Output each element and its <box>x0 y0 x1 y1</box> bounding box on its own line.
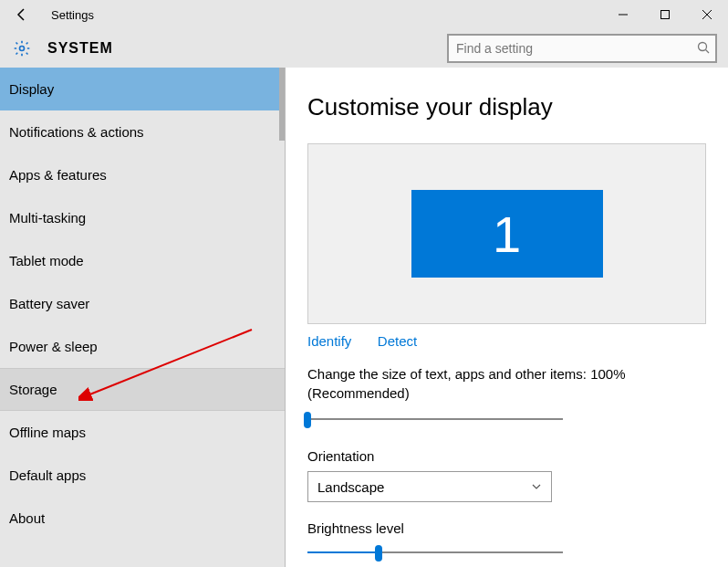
page-title: Customise your display <box>307 93 706 121</box>
brightness-slider[interactable] <box>307 541 563 563</box>
scrollbar[interactable] <box>279 68 285 141</box>
sidebar-item-label: Apps & features <box>9 167 107 183</box>
sidebar-item-notifications[interactable]: Notifications & actions <box>0 110 285 153</box>
sidebar-item-label: Offline maps <box>9 425 86 440</box>
slider-thumb[interactable] <box>375 545 382 562</box>
sidebar-item-battery[interactable]: Battery saver <box>0 282 285 325</box>
sidebar-item-label: Storage <box>9 382 57 397</box>
sidebar-item-label: Tablet mode <box>9 253 84 268</box>
slider-track <box>307 418 563 420</box>
sidebar-item-storage[interactable]: Storage <box>0 368 285 411</box>
sidebar-item-label: Default apps <box>9 467 86 483</box>
arrow-left-icon <box>15 7 29 22</box>
slider-thumb[interactable] <box>304 412 311 428</box>
close-button[interactable] <box>686 0 728 29</box>
orientation-label: Orientation <box>307 448 706 464</box>
identify-link[interactable]: Identify <box>307 333 351 349</box>
close-icon <box>702 10 712 19</box>
sidebar-item-about[interactable]: About <box>0 497 285 540</box>
svg-line-6 <box>706 50 710 54</box>
sidebar-item-power[interactable]: Power & sleep <box>0 325 285 368</box>
sidebar-item-offline-maps[interactable]: Offline maps <box>0 411 285 454</box>
minimize-icon <box>619 10 628 19</box>
display-arrangement[interactable]: 1 <box>307 143 706 324</box>
gear-icon <box>13 39 31 58</box>
sidebar-item-label: About <box>9 510 45 526</box>
search-input[interactable] <box>447 34 717 63</box>
sidebar-item-multitasking[interactable]: Multi-tasking <box>0 196 285 239</box>
slider-fill <box>307 551 379 553</box>
sidebar-item-label: Display <box>9 81 54 97</box>
monitor-number: 1 <box>493 205 521 264</box>
sidebar-item-label: Multi-tasking <box>9 210 86 226</box>
sidebar-item-tablet[interactable]: Tablet mode <box>0 239 285 282</box>
brightness-label: Brightness level <box>307 520 706 536</box>
back-button[interactable] <box>0 0 44 29</box>
monitor-thumbnail[interactable]: 1 <box>411 190 603 278</box>
sidebar-item-label: Battery saver <box>9 296 89 311</box>
scale-slider[interactable] <box>307 408 563 430</box>
svg-point-5 <box>699 43 707 51</box>
sidebar-item-default-apps[interactable]: Default apps <box>0 454 285 497</box>
svg-point-4 <box>20 47 25 51</box>
section-title: SYSTEM <box>31 40 113 57</box>
chevron-down-icon <box>531 479 542 495</box>
svg-rect-1 <box>661 11 670 19</box>
sidebar-item-apps[interactable]: Apps & features <box>0 153 285 196</box>
sidebar: Display Notifications & actions Apps & f… <box>0 68 286 567</box>
minimize-button[interactable] <box>602 0 644 29</box>
maximize-button[interactable] <box>644 0 686 29</box>
maximize-icon <box>660 10 670 19</box>
sidebar-item-display[interactable]: Display <box>0 68 285 110</box>
main-panel: Customise your display 1 Identify Detect… <box>286 68 728 567</box>
window-title: Settings <box>44 8 94 22</box>
sidebar-item-label: Notifications & actions <box>9 124 144 140</box>
sidebar-item-label: Power & sleep <box>9 339 98 354</box>
detect-link[interactable]: Detect <box>378 333 417 349</box>
orientation-dropdown[interactable]: Landscape <box>307 471 552 502</box>
search-icon <box>697 41 710 58</box>
scale-label: Change the size of text, apps and other … <box>307 364 706 403</box>
orientation-value: Landscape <box>317 479 384 495</box>
